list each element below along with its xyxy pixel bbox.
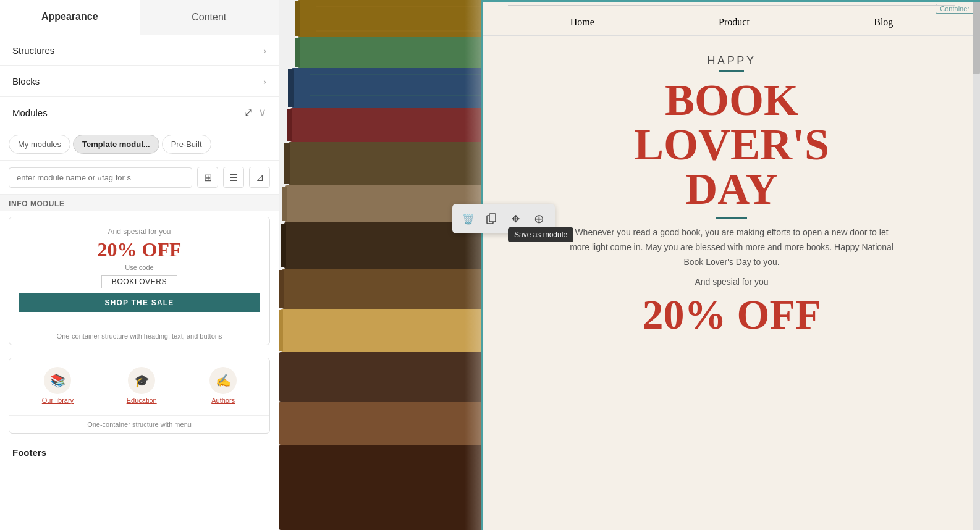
library-icon: 📚 xyxy=(50,373,65,388)
title-line2: LOVER'S xyxy=(634,120,829,169)
duplicate-btn[interactable] xyxy=(481,208,503,230)
svg-rect-1 xyxy=(295,1,300,36)
delete-btn[interactable]: 🗑️ xyxy=(457,208,479,230)
svg-rect-14 xyxy=(282,269,492,309)
site-paragraph: Whenever you read a good book, you are m… xyxy=(565,225,898,269)
preview-icons-row: 📚 Our library 🎓 Education ✍️ Authors xyxy=(15,367,263,404)
modules-label: Modules xyxy=(12,107,48,118)
blocks-label: Blocks xyxy=(12,76,40,86)
grid-view-btn[interactable]: ⊞ xyxy=(197,167,218,188)
site-preview: Home Product Blog Container HAPPY BOOK L… xyxy=(279,0,980,530)
card2-description: One-container structure with menu xyxy=(9,418,269,433)
filter-btn[interactable]: ⊿ xyxy=(249,167,270,188)
happy-underline xyxy=(719,70,744,72)
canvas-area: Home Product Blog Container HAPPY BOOK L… xyxy=(279,0,980,530)
list-view-btn[interactable]: ☰ xyxy=(223,167,244,188)
svg-rect-15 xyxy=(279,270,284,308)
svg-rect-2 xyxy=(298,37,489,68)
footers-section[interactable]: Footers xyxy=(0,440,279,460)
structures-section[interactable]: Structures › xyxy=(0,35,279,66)
module-card-2: 📚 Our library 🎓 Education ✍️ Authors xyxy=(9,358,270,434)
svg-rect-9 xyxy=(284,143,290,184)
blocks-section[interactable]: Blocks › xyxy=(0,66,279,97)
svg-rect-7 xyxy=(287,109,292,141)
structures-label: Structures xyxy=(12,45,54,56)
education-icon-circle: 🎓 xyxy=(128,367,155,394)
tab-pre-built[interactable]: Pre-Built xyxy=(162,135,211,154)
svg-rect-11 xyxy=(282,187,287,221)
info-module-label: Info Module xyxy=(0,195,279,211)
preview-card-1-content: And spesial for you 20% OFF Use code BOO… xyxy=(9,217,269,322)
tabs-header: Appearance Content xyxy=(0,0,279,35)
card1-description: One-container structure with heading, te… xyxy=(9,330,269,345)
preview-card-2-content: 📚 Our library 🎓 Education ✍️ Authors xyxy=(9,358,269,410)
search-row: ⊞ ☰ ⊿ xyxy=(0,161,279,195)
svg-rect-16 xyxy=(281,309,492,352)
left-panel: Appearance Content Structures › Blocks ›… xyxy=(0,0,279,530)
svg-rect-8 xyxy=(289,142,492,185)
authors-icon: ✍️ xyxy=(216,373,231,388)
library-label[interactable]: Our library xyxy=(42,397,74,404)
modules-header: Modules ⤢ ∨ xyxy=(0,97,279,128)
module-tabs: My modules Template modul... Pre-Built xyxy=(0,128,279,161)
icon-item-education: 🎓 Education xyxy=(127,367,157,404)
selection-border-top xyxy=(481,0,980,2)
svg-rect-17 xyxy=(279,310,283,351)
selection-border-left xyxy=(481,0,483,530)
modules-header-left: Modules xyxy=(12,107,48,118)
site-content: Home Product Blog Container HAPPY BOOK L… xyxy=(483,0,980,530)
education-icon: 🎓 xyxy=(134,373,150,388)
title-line3: DAY xyxy=(685,164,777,214)
preview-shop-btn[interactable]: SHOP THE SALE xyxy=(19,293,260,312)
education-label[interactable]: Education xyxy=(127,397,157,404)
preview-discount: 20% OFF xyxy=(19,238,260,261)
preview-subtitle: And spesial for you xyxy=(19,227,260,236)
save-as-module-btn[interactable]: ⊕ xyxy=(528,208,550,230)
preview-code-box: BOOKLOVERS xyxy=(101,275,177,288)
svg-rect-13 xyxy=(281,224,286,267)
icon-item-library: 📚 Our library xyxy=(42,367,74,404)
module-search-input[interactable] xyxy=(9,167,192,188)
site-body: HAPPY BOOK LOVER'S DAY Whenever you read… xyxy=(483,36,980,530)
title-line1: BOOK xyxy=(665,75,798,125)
collapse-icon[interactable]: ∨ xyxy=(258,106,266,119)
expand-icon[interactable]: ⤢ xyxy=(244,106,253,119)
svg-rect-5 xyxy=(288,69,294,107)
module-card-1: And spesial for you 20% OFF Use code BOO… xyxy=(9,217,270,345)
special-text: And spesial for you xyxy=(695,277,768,287)
svg-rect-3 xyxy=(295,38,300,67)
happy-label: HAPPY xyxy=(707,54,756,67)
books-svg xyxy=(279,0,508,530)
move-btn[interactable]: ✥ xyxy=(504,208,526,230)
save-tooltip: Save as module xyxy=(508,227,573,242)
nav-blog[interactable]: Blog xyxy=(874,17,893,28)
tab-template-modules[interactable]: Template modul... xyxy=(73,135,159,154)
structures-chevron: › xyxy=(263,46,266,56)
svg-rect-19 xyxy=(279,402,496,445)
svg-rect-18 xyxy=(279,352,492,402)
nav-top-area: Home Product Blog Container xyxy=(483,0,980,36)
scrollbar-area[interactable] xyxy=(973,0,980,530)
svg-rect-6 xyxy=(290,108,491,142)
svg-rect-27 xyxy=(489,214,496,222)
blocks-chevron: › xyxy=(263,77,266,86)
site-nav: Home Product Blog xyxy=(483,9,980,36)
authors-label[interactable]: Authors xyxy=(211,397,235,404)
icon-item-authors: ✍️ Authors xyxy=(209,367,237,404)
tab-content[interactable]: Content xyxy=(140,0,279,35)
authors-icon-circle: ✍️ xyxy=(209,367,237,394)
discount-big: 20% OFF xyxy=(643,290,821,339)
tab-appearance[interactable]: Appearance xyxy=(0,0,140,35)
nav-product[interactable]: Product xyxy=(719,17,750,28)
svg-rect-0 xyxy=(298,0,489,37)
scrollbar-thumb[interactable] xyxy=(973,0,980,74)
books-background xyxy=(279,0,508,530)
nav-home[interactable]: Home xyxy=(570,17,594,28)
container-badge: Container xyxy=(936,4,974,14)
preview-use-code-label: Use code xyxy=(19,264,260,271)
book-title: BOOK LOVER'S DAY xyxy=(634,78,829,211)
tab-my-modules[interactable]: My modules xyxy=(9,135,70,154)
title-divider xyxy=(716,217,747,219)
library-icon-circle: 📚 xyxy=(44,367,71,394)
